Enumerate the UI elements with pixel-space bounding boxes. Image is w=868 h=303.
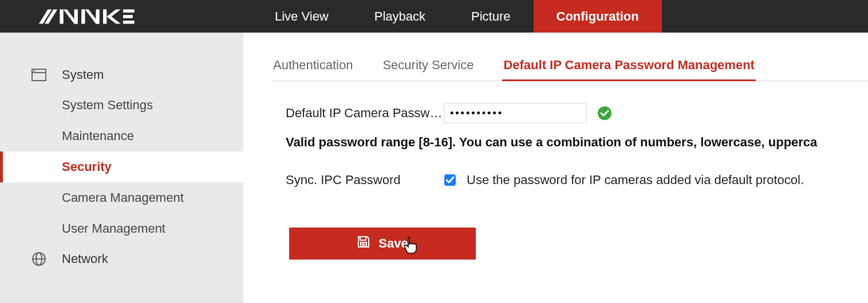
svg-rect-10	[123, 9, 135, 13]
brand-logo	[0, 9, 252, 25]
nav-picture[interactable]: Picture	[448, 0, 533, 33]
default-ip-camera-password-input[interactable]	[444, 103, 587, 123]
save-button[interactable]: Save	[289, 228, 476, 260]
content-area: Authentication Security Service Default …	[243, 33, 868, 303]
save-disk-icon	[357, 235, 370, 252]
tab-bar: Authentication Security Service Default …	[272, 54, 868, 81]
tab-authentication[interactable]: Authentication	[272, 54, 354, 81]
nav-live-view[interactable]: Live View	[252, 0, 352, 33]
sidebar-item-system[interactable]: System	[0, 60, 243, 90]
annke-logo-icon	[39, 9, 135, 25]
nav-configuration[interactable]: Configuration	[534, 0, 662, 33]
nav-playback[interactable]: Playback	[352, 0, 448, 33]
svg-rect-4	[74, 9, 78, 23]
password-form: Default IP Camera Passw… Valid password …	[272, 81, 868, 260]
svg-rect-21	[360, 237, 366, 240]
topbar: Live View Playback Picture Configuration	[0, 0, 868, 33]
sidebar: System System Settings Maintenance Secur…	[0, 33, 243, 303]
check-circle-icon	[597, 106, 612, 121]
sidebar-group-network: Network	[0, 244, 243, 274]
password-row: Default IP Camera Passw…	[272, 103, 868, 123]
password-label: Default IP Camera Passw…	[272, 106, 444, 121]
sidebar-group-system: System System Settings Maintenance Secur…	[0, 60, 243, 244]
svg-rect-11	[123, 15, 133, 18]
sidebar-item-system-settings[interactable]: System Settings	[0, 90, 243, 121]
svg-rect-2	[60, 9, 63, 23]
sidebar-label: Network	[62, 252, 108, 266]
sync-ipc-row: Sync. IPC Password Use the password for …	[272, 173, 868, 188]
sidebar-item-security[interactable]: Security	[0, 152, 243, 182]
sidebar-item-user-management[interactable]: User Management	[0, 213, 243, 244]
top-navigation: Live View Playback Picture Configuration	[252, 0, 662, 33]
globe-icon	[31, 251, 47, 267]
svg-rect-7	[96, 9, 99, 23]
sync-ipc-description: Use the password for IP cameras added vi…	[467, 173, 804, 188]
svg-rect-12	[123, 21, 135, 24]
pointer-cursor-icon	[404, 237, 419, 257]
tab-default-ip-camera-password[interactable]: Default IP Camera Password Management	[502, 54, 756, 81]
svg-rect-5	[81, 9, 85, 23]
password-hint-text: Valid password range [8-16]. You can use…	[272, 135, 868, 150]
sidebar-item-maintenance[interactable]: Maintenance	[0, 121, 243, 152]
sidebar-item-camera-management[interactable]: Camera Management	[0, 182, 243, 213]
sidebar-label: System	[62, 67, 104, 82]
tab-security-service[interactable]: Security Service	[381, 54, 475, 81]
svg-rect-8	[103, 9, 106, 23]
sync-ipc-label: Sync. IPC Password	[286, 173, 444, 188]
save-row: Save	[272, 228, 868, 260]
sidebar-item-network[interactable]: Network	[0, 244, 243, 274]
main-area: System System Settings Maintenance Secur…	[0, 33, 868, 303]
svg-rect-15	[33, 70, 35, 71]
svg-marker-9	[106, 9, 121, 23]
window-icon	[31, 67, 47, 83]
sync-ipc-checkbox[interactable]	[444, 174, 456, 186]
